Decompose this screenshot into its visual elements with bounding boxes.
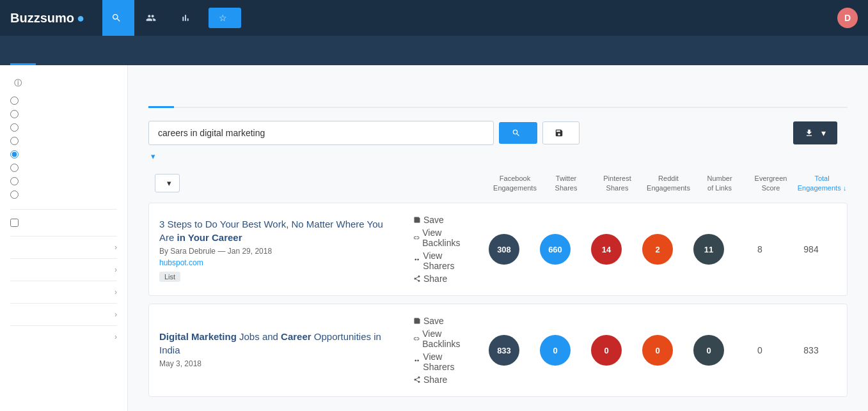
view-backlinks-action-2[interactable]: View Backlinks <box>413 327 473 350</box>
article-meta: By Sara Debrule — Jan 29, 2018 <box>159 247 398 256</box>
logo[interactable]: Buzzsumo ● <box>10 11 84 26</box>
radio-past-month[interactable] <box>10 123 117 132</box>
metric-twitter-2: 0 <box>530 335 581 366</box>
filter-content-type[interactable]: › <box>10 303 117 325</box>
share-action-2[interactable]: Share <box>413 373 473 386</box>
pinterest-score-2: 0 <box>591 335 622 366</box>
chevron-right-icon: › <box>114 310 117 319</box>
sidebar: ⓘ <box>0 65 128 411</box>
tab-analysis[interactable] <box>174 93 200 108</box>
nav-content-research[interactable] <box>102 0 134 36</box>
chevron-right-icon: › <box>114 288 117 297</box>
nav-influencers[interactable] <box>137 0 169 36</box>
view-sharers-action[interactable]: View Sharers <box>413 249 473 272</box>
tabs <box>148 93 848 108</box>
nav-monitoring[interactable] <box>171 0 203 36</box>
sec-nav-question-analyzer[interactable] <box>61 36 87 65</box>
result-card: 3 Steps to Do Your Best Work, No Matter … <box>148 203 848 296</box>
article-title: 3 Steps to Do Your Best Work, No Matter … <box>159 217 398 244</box>
radio-past-year[interactable] <box>10 150 117 159</box>
radio-past-2-years[interactable] <box>10 164 117 172</box>
metric-evergreen-2: 0 <box>734 345 785 355</box>
save-action[interactable]: Save <box>413 213 473 226</box>
chevron-right-icon: › <box>114 265 117 274</box>
filter-country[interactable]: › <box>10 236 117 258</box>
col-header-pinterest: PinterestShares <box>592 174 643 192</box>
top-nav: Buzzsumo ● ☆ D <box>0 0 868 36</box>
sort-select[interactable]: ▾ <box>155 174 180 192</box>
nav-try-pro[interactable]: ☆ <box>209 8 241 28</box>
total-score-2: 833 <box>785 345 837 355</box>
save-action-2[interactable]: Save <box>413 314 473 327</box>
sort-chevron-icon: ▾ <box>167 178 171 188</box>
article-tag: List <box>159 272 180 282</box>
sec-nav-content-analyzer[interactable] <box>10 36 36 65</box>
article-info: 3 Steps to Do Your Best Work, No Matter … <box>159 217 408 282</box>
filter-domains[interactable]: › <box>10 281 117 303</box>
links-score: 11 <box>693 234 724 265</box>
only-b2b-checkbox[interactable] <box>10 219 117 227</box>
article-info-2: Digital Marketing Jobs and Career Opport… <box>159 330 408 371</box>
view-sharers-action-2[interactable]: View Sharers <box>413 350 473 373</box>
chevron-down-icon: ▾ <box>151 151 155 161</box>
facebook-score: 308 <box>489 234 519 265</box>
filter-word-count[interactable]: › <box>10 325 117 348</box>
view-backlinks-action[interactable]: View Backlinks <box>413 226 473 249</box>
article-title-2: Digital Marketing Jobs and Career Opport… <box>159 330 398 357</box>
twitter-score: 660 <box>540 234 571 265</box>
search-button[interactable] <box>499 122 537 144</box>
reddit-score-2: 0 <box>642 335 673 366</box>
secondary-nav <box>0 36 868 65</box>
radio-24h[interactable] <box>10 97 117 105</box>
tab-search[interactable] <box>148 93 174 108</box>
radio-past-week[interactable] <box>10 110 117 118</box>
sort-row: ▾ FacebookEngagements TwitterShares Pint… <box>148 174 848 192</box>
search-bar-row: ▾ <box>148 121 848 145</box>
filter-date-title: ⓘ <box>10 78 117 89</box>
facebook-score-2: 833 <box>489 335 519 366</box>
metric-total-2: 833 <box>785 345 837 355</box>
twitter-score-2: 0 <box>540 335 571 366</box>
chevron-right-icon: › <box>114 332 117 341</box>
top-nav-right: D <box>817 8 858 28</box>
metric-reddit-2: 0 <box>632 335 683 366</box>
filter-date-info-icon[interactable]: ⓘ <box>14 78 22 89</box>
search-input[interactable] <box>148 121 494 145</box>
chevron-right-icon: › <box>114 243 117 252</box>
export-button[interactable]: ▾ <box>793 121 837 144</box>
col-header-total[interactable]: TotalEngagements ↓ <box>796 174 848 192</box>
reddit-score: 2 <box>642 234 673 265</box>
metrics-row: 308 660 14 2 11 8 984 <box>478 234 837 265</box>
metric-pinterest-2: 0 <box>581 335 632 366</box>
sec-nav-trending-now[interactable] <box>87 36 113 65</box>
col-header-evergreen: EvergreenScore <box>745 174 796 192</box>
col-header-reddit: RedditEngagements <box>643 174 694 192</box>
export-chevron-icon: ▾ <box>821 128 826 138</box>
radio-specific-range[interactable] <box>10 190 117 199</box>
article-meta-2: May 3, 2018 <box>159 359 398 368</box>
share-action[interactable]: Share <box>413 272 473 285</box>
col-header-facebook: FacebookEngagements <box>489 174 541 192</box>
article-domain[interactable]: hubspot.com <box>159 258 398 267</box>
save-search-button[interactable] <box>542 121 580 144</box>
evergreen-score: 8 <box>734 244 785 254</box>
sec-nav-facebook-analyzer[interactable] <box>36 36 61 65</box>
metric-twitter: 660 <box>530 234 581 265</box>
article-actions: Save View Backlinks View Sharers Share <box>408 213 478 285</box>
filter-date-options <box>10 97 117 199</box>
metrics-row-2: 833 0 0 0 0 0 833 <box>478 335 837 366</box>
radio-past-6-months[interactable] <box>10 137 117 145</box>
col-header-links: Numberof Links <box>694 174 745 192</box>
sec-nav-backlinks[interactable] <box>113 36 138 65</box>
radio-past-5-years[interactable] <box>10 177 117 185</box>
main-content: ▾ ▾ ▾ FacebookEngagements TwitterShares … <box>128 65 868 411</box>
metric-total: 984 <box>785 244 837 254</box>
metric-reddit: 2 <box>632 234 683 265</box>
metric-links-2: 0 <box>683 335 734 366</box>
filter-language[interactable]: › <box>10 258 117 281</box>
metric-facebook-2: 833 <box>478 335 530 366</box>
user-avatar[interactable]: D <box>837 8 858 28</box>
advanced-search-link[interactable]: ▾ <box>148 151 848 161</box>
links-score-2: 0 <box>693 335 724 366</box>
result-card: Digital Marketing Jobs and Career Opport… <box>148 304 848 397</box>
